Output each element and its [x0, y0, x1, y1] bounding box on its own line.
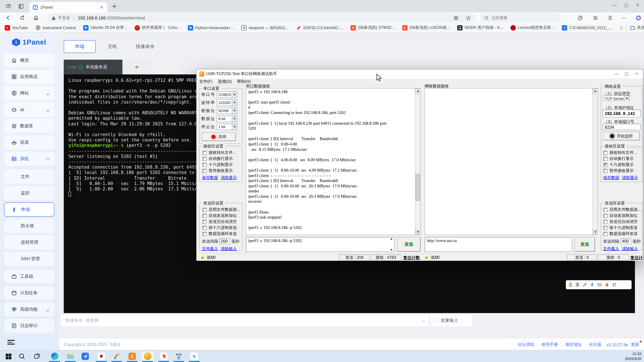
- file-data-source-checkbox[interactable]: [202, 208, 206, 212]
- session-close-icon[interactable]: [110, 65, 114, 69]
- net-clear-display-link[interactable]: 清除显示: [622, 175, 638, 181]
- pen-icon[interactable]: [583, 283, 587, 287]
- serial-close-button[interactable]: 关闭: [202, 132, 236, 141]
- bookmark-item[interactable]: YouTube: [5, 25, 28, 30]
- edge-icon[interactable]: [48, 351, 61, 361]
- scroll-down-icon[interactable]: [593, 230, 598, 235]
- sidebar-item-advanced[interactable]: 高级功能: [4, 302, 54, 317]
- palette-icon[interactable]: [612, 283, 617, 287]
- tab-host[interactable]: 主机: [100, 40, 124, 53]
- workspaces-icon[interactable]: [5, 3, 12, 10]
- net-send-as-hex-checkbox[interactable]: [604, 226, 608, 230]
- sidebar-item-firewall[interactable]: 防火墙: [4, 219, 54, 233]
- window-minimize-button[interactable]: —: [609, 0, 620, 10]
- serial-rx-scrollbar[interactable]: [415, 88, 420, 235]
- scrollbar-thumb[interactable]: [416, 174, 420, 201]
- paint-app-icon[interactable]: [110, 351, 123, 361]
- bookmark-item[interactable]: C(56条消息) cJSON使...: [402, 25, 450, 30]
- serial-send-button[interactable]: 发送: [397, 237, 420, 252]
- scroll-down-icon[interactable]: [415, 230, 420, 235]
- pause-recv-checkbox[interactable]: [202, 169, 206, 173]
- footer-link-project[interactable]: 项目地址: [562, 342, 586, 348]
- quick-command-select[interactable]: 快速命令请选择: [60, 314, 429, 327]
- profile-avatar[interactable]: [606, 13, 614, 22]
- usr-tcp232-taskbar-icon[interactable]: [141, 351, 154, 361]
- scroll-up-icon[interactable]: [390, 238, 392, 240]
- net-rx-scrollbar[interactable]: [592, 88, 598, 235]
- clear-after-send-checkbox[interactable]: [202, 220, 206, 224]
- sidebar-collapse-icon[interactable]: [8, 340, 15, 345]
- baud-rate-select[interactable]: 115200: [217, 99, 237, 106]
- translate-icon[interactable]: [454, 15, 458, 20]
- bookmark-item[interactable]: MSDK 用户指南 - A...: [457, 25, 503, 30]
- start-listen-button[interactable]: 开始监听: [603, 132, 640, 140]
- net-auto-send-addon-checkbox[interactable]: [604, 214, 608, 218]
- update-link[interactable]: 更新: [631, 342, 639, 348]
- net-rx-area[interactable]: [425, 88, 598, 235]
- clear-display-link[interactable]: 清除显示: [221, 175, 237, 181]
- collections-icon[interactable]: [576, 13, 584, 22]
- footer-link-manual[interactable]: 使用手册: [538, 342, 562, 348]
- taskbar-clock[interactable]: 11:33 2025/3/20: [625, 351, 641, 361]
- sidebar-item-monitor[interactable]: 监控: [4, 186, 54, 200]
- session-tab[interactable]: 1 ms ✓ 本地服务器: [64, 60, 122, 74]
- local-ip-input[interactable]: 192.168. 8 .141: [602, 110, 641, 117]
- sidebar-item-overview[interactable]: 概览: [4, 53, 54, 67]
- network-tool-icon[interactable]: [172, 351, 185, 361]
- net-send-interval-input[interactable]: 400: [620, 238, 631, 244]
- bird-app-icon[interactable]: [79, 351, 92, 361]
- save-data-link[interactable]: 保存数据: [202, 175, 218, 181]
- clear-input-link[interactable]: 清除输入: [221, 246, 237, 252]
- bookmark-item[interactable]: C(56条消息) STM32...: [351, 25, 395, 30]
- keyboard-icon[interactable]: [598, 283, 602, 287]
- copilot-icon[interactable]: [634, 13, 643, 22]
- hex-display-checkbox[interactable]: [202, 163, 206, 167]
- com-port-select[interactable]: COM15: [217, 91, 237, 98]
- usr-minimize-button[interactable]: —: [612, 69, 622, 78]
- data-bits-select[interactable]: 8 bit: [217, 116, 237, 122]
- serial-reset-count-link[interactable]: 复位计数: [403, 255, 420, 261]
- loop-send-checkbox[interactable]: [202, 232, 206, 236]
- home-icon[interactable]: [32, 13, 40, 22]
- window-maximize-button[interactable]: ▢: [620, 0, 632, 10]
- more-menu-icon[interactable]: ⋯: [620, 13, 628, 22]
- serial-tx-input[interactable]: iperf3 -c 192.168.8.186 -p 5202: [246, 237, 394, 252]
- sogou-input-bar[interactable]: S 英: [566, 280, 632, 289]
- scroll-up-icon[interactable]: [593, 88, 598, 93]
- bookmark-item[interactable]: ESP32-C3-DevKitC-...: [296, 25, 343, 30]
- cards-app-icon[interactable]: [95, 351, 108, 361]
- net-send-button[interactable]: 发送: [574, 237, 595, 252]
- usr-close-button[interactable]: [632, 69, 642, 78]
- usr-title-bar[interactable]: USR-TCP232-Test 串口转网络调试助手: [196, 69, 643, 78]
- net-tx-input[interactable]: http://www.usr.cn: [425, 237, 572, 252]
- usr-tcp232-window[interactable]: USR-TCP232-Test 串口转网络调试助手 — ▢ 文件(F) 选项(O…: [196, 69, 643, 260]
- vertical-tabs-icon[interactable]: [18, 3, 25, 10]
- sidebar-item-system[interactable]: 系统: [4, 152, 54, 166]
- net-clear-after-send-checkbox[interactable]: [604, 220, 608, 224]
- search-input[interactable]: 点此搜索: [480, 13, 561, 22]
- shop-bag-icon[interactable]: [605, 283, 609, 287]
- wps-doc-icon[interactable]: Z: [126, 351, 138, 361]
- scroll-up-icon[interactable]: [415, 88, 420, 93]
- net-load-file-link[interactable]: 文件载入: [603, 246, 619, 252]
- batch-checkbox[interactable]: [434, 318, 438, 323]
- sidebar-item-app-store[interactable]: 应用商店: [4, 70, 54, 84]
- scroll-down-icon[interactable]: [390, 249, 392, 251]
- usr-maximize-button[interactable]: ▢: [622, 69, 632, 78]
- tab-terminal[interactable]: 终端: [64, 40, 96, 53]
- net-recv-to-file-checkbox[interactable]: [604, 151, 608, 155]
- recv-to-file-checkbox[interactable]: [202, 151, 206, 155]
- footer-link-forum[interactable]: 论坛求助: [514, 342, 538, 348]
- sidebar-item-toolbox[interactable]: 工具箱: [4, 270, 54, 284]
- start-button[interactable]: [2, 351, 15, 361]
- taskbar-search-icon[interactable]: [16, 351, 28, 361]
- sidebar-item-ssh[interactable]: SSH 管理: [4, 252, 54, 266]
- new-session-button[interactable]: [122, 60, 151, 74]
- bookmark-item[interactable]: ∞TJC4848X240_011C_...: [562, 25, 612, 30]
- sidebar-item-files[interactable]: 文件: [4, 170, 54, 184]
- load-file-link[interactable]: 文件载入: [202, 246, 218, 252]
- favorite-star-icon[interactable]: [466, 15, 471, 20]
- bookmark-item[interactable]: Lenovo联想售后客...: [510, 25, 554, 30]
- local-port-input[interactable]: 8234: [602, 124, 641, 130]
- address-bar[interactable]: 不安全 | 192.168.8.186 :3200/hosts/terminal: [47, 13, 476, 22]
